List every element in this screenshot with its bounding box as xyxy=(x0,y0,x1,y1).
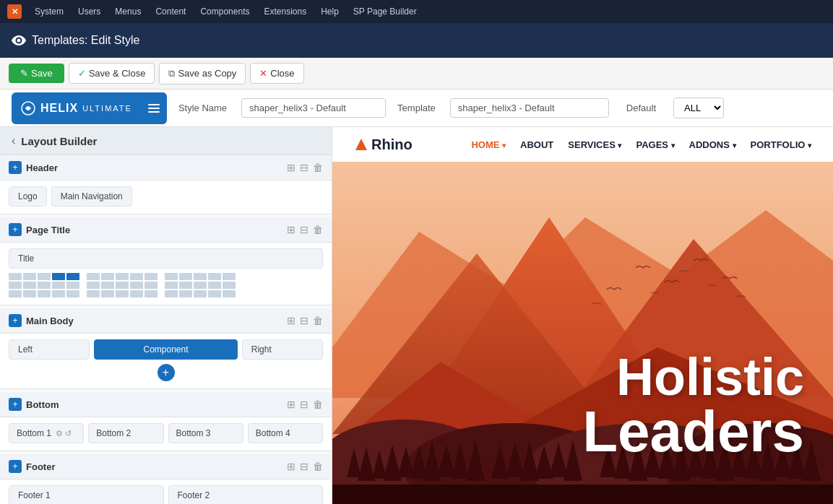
bottom-delete-icon[interactable]: 🗑 xyxy=(313,399,323,410)
preview-nav: Rhino HOME ▾ ABOUT SERVICES ▾ PAGES ▾ AD… xyxy=(332,127,833,162)
page-title-section-header: + Page Title ⊞ ⊟ 🗑 xyxy=(0,217,332,243)
eye-icon xyxy=(12,33,26,48)
main-body-section-title: Main Body xyxy=(26,316,74,326)
logo-module[interactable]: Logo xyxy=(9,186,47,207)
header-add-icon[interactable]: + xyxy=(9,161,22,174)
svg-rect-1 xyxy=(148,104,160,105)
footer1-module[interactable]: Footer 1 xyxy=(9,485,164,504)
footer2-module[interactable]: Footer 2 xyxy=(168,485,324,504)
nav-sp-page-builder[interactable]: SP Page Builder xyxy=(348,4,423,19)
nav-menus[interactable]: Menus xyxy=(109,4,147,19)
page-title-add-icon[interactable]: + xyxy=(9,223,22,236)
svg-rect-3 xyxy=(148,111,160,113)
style-name-input[interactable] xyxy=(241,98,386,118)
footer-section-content: Footer 1 Footer 2 xyxy=(0,479,332,504)
page-title-delete-icon[interactable]: 🗑 xyxy=(313,224,323,235)
main-body-delete-icon[interactable]: 🗑 xyxy=(313,315,323,326)
preview-nav-links: HOME ▾ ABOUT SERVICES ▾ PAGES ▾ ADDONS ▾… xyxy=(471,139,811,150)
nav-help[interactable]: Help xyxy=(315,4,345,19)
template-input[interactable] xyxy=(450,98,609,118)
x-icon: ✕ xyxy=(259,68,267,79)
bottom1-module[interactable]: Bottom 1 ⚙ ↺ xyxy=(9,423,84,443)
top-navigation: ✕ System Users Menus Content Components … xyxy=(0,0,833,23)
bottom-settings-icon[interactable]: ⊞ xyxy=(287,399,295,410)
svg-marker-4 xyxy=(355,139,367,150)
bottom-section-content: Bottom 1 ⚙ ↺ Bottom 2 Bottom 3 Bottom 4 xyxy=(0,417,332,451)
helix-toggle-button[interactable] xyxy=(141,92,167,124)
left-module[interactable]: Left xyxy=(9,339,90,360)
main-body-columns: Left Component Right xyxy=(9,339,323,360)
save-copy-button[interactable]: ⧉ Save as Copy xyxy=(159,63,246,84)
hero-line1: Holistic xyxy=(582,351,804,403)
footer-columns: Footer 1 Footer 2 xyxy=(9,485,323,504)
preview-content: Rhino HOME ▾ ABOUT SERVICES ▾ PAGES ▾ AD… xyxy=(332,127,833,504)
add-row-container: + xyxy=(9,364,323,381)
main-body-section-content: Left Component Right + xyxy=(0,334,332,388)
footer-add-icon[interactable]: + xyxy=(9,460,22,473)
style-bar: HELIX ULTIMATE Style Name Template Defau… xyxy=(0,90,833,127)
close-button[interactable]: ✕ Close xyxy=(250,63,303,84)
component-module[interactable]: Component xyxy=(94,339,238,360)
bottom-section-header: + Bottom ⊞ ⊟ 🗑 xyxy=(0,392,332,417)
preview-logo: Rhino xyxy=(354,136,413,153)
save-close-button[interactable]: ✓ Save & Close xyxy=(69,63,155,84)
main-body-settings-icon[interactable]: ⊞ xyxy=(287,315,295,326)
nav-extensions[interactable]: Extensions xyxy=(258,4,312,19)
save-button[interactable]: ✎ Save xyxy=(9,64,64,83)
title-module[interactable]: Title xyxy=(9,248,323,269)
header-section-header: + Header ⊞ ⊟ 🗑 xyxy=(0,155,332,181)
floppy-icon: ✎ xyxy=(20,68,28,79)
preview-nav-home: HOME ▾ xyxy=(471,139,506,150)
toolbar: ✎ Save ✓ Save & Close ⧉ Save as Copy ✕ C… xyxy=(0,58,833,90)
all-select[interactable]: ALL xyxy=(673,97,724,118)
copy-icon: ⧉ xyxy=(168,68,175,79)
nav-users[interactable]: Users xyxy=(72,4,106,19)
bottom-columns: Bottom 1 ⚙ ↺ Bottom 2 Bottom 3 Bottom 4 xyxy=(9,423,323,443)
svg-rect-47 xyxy=(332,485,833,504)
page-title-section-title: Page Title xyxy=(26,225,70,235)
default-label: Default xyxy=(626,103,656,113)
right-module[interactable]: Right xyxy=(242,339,323,360)
page-title-section: + Page Title ⊞ ⊟ 🗑 Title xyxy=(0,217,332,305)
footer-section-title: Footer xyxy=(26,461,55,472)
page-title-move-icon[interactable]: ⊟ xyxy=(300,224,308,235)
left-panel: ‹ Layout Builder + Header ⊞ ⊟ 🗑 Logo Mai… xyxy=(0,127,332,504)
back-button[interactable]: ‹ xyxy=(12,134,15,147)
header-section: + Header ⊞ ⊟ 🗑 Logo Main Navigation xyxy=(0,155,332,214)
page-title-section-content: Title xyxy=(0,243,332,305)
bottom2-module[interactable]: Bottom 2 xyxy=(88,423,163,443)
bottom-section-title: Bottom xyxy=(26,399,59,410)
joomla-logo: ✕ xyxy=(7,4,22,19)
main-navigation-module[interactable]: Main Navigation xyxy=(51,186,132,207)
bottom-section: + Bottom ⊞ ⊟ 🗑 Bottom 1 ⚙ ↺ Bottom 2 Bot… xyxy=(0,392,332,451)
footer-delete-icon[interactable]: 🗑 xyxy=(313,461,323,472)
preview-nav-about: ABOUT xyxy=(520,139,553,150)
main-body-add-icon[interactable]: + xyxy=(9,314,22,327)
svg-rect-2 xyxy=(148,108,160,109)
hero-area: Holistic Leaders xyxy=(332,162,833,504)
footer-settings-icon[interactable]: ⊞ xyxy=(287,461,295,472)
nav-system[interactable]: System xyxy=(29,4,69,19)
main-body-move-icon[interactable]: ⊟ xyxy=(300,315,308,326)
bottom-add-icon[interactable]: + xyxy=(9,398,22,411)
preview-nav-pages: PAGES ▾ xyxy=(636,139,674,150)
helix-logo: HELIX ULTIMATE xyxy=(12,100,141,116)
bottom-move-icon[interactable]: ⊟ xyxy=(300,399,308,410)
footer-section: + Footer ⊞ ⊟ 🗑 Footer 1 Footer 2 xyxy=(0,454,332,504)
header-settings-icon[interactable]: ⊞ xyxy=(287,162,295,173)
template-label: Template xyxy=(397,103,436,113)
hero-text: Holistic Leaders xyxy=(582,351,804,461)
header-section-content: Logo Main Navigation xyxy=(0,181,332,214)
page-title-settings-icon[interactable]: ⊞ xyxy=(287,224,295,235)
nav-components[interactable]: Components xyxy=(194,4,255,19)
add-row-button[interactable]: + xyxy=(157,364,175,381)
nav-content[interactable]: Content xyxy=(150,4,191,19)
bottom4-module[interactable]: Bottom 4 xyxy=(248,423,323,443)
preview-nav-services: SERVICES ▾ xyxy=(568,139,621,150)
bottom3-module[interactable]: Bottom 3 xyxy=(168,423,243,443)
header-module-row: Logo Main Navigation xyxy=(9,186,323,207)
header-move-icon[interactable]: ⊟ xyxy=(300,162,308,173)
check-icon: ✓ xyxy=(78,68,86,79)
header-delete-icon[interactable]: 🗑 xyxy=(313,162,323,173)
footer-move-icon[interactable]: ⊟ xyxy=(300,461,308,472)
